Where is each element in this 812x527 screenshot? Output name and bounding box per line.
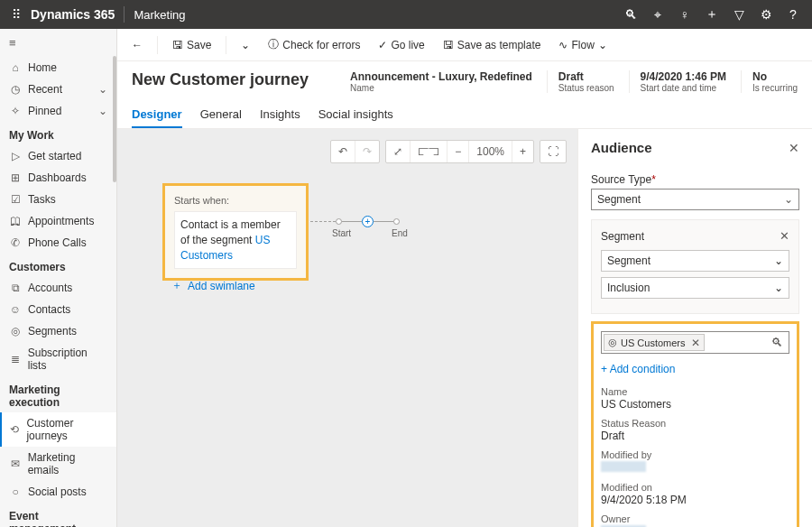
go-live-button[interactable]: ✓Go live [371, 35, 431, 55]
item-icon: ⧉ [9, 282, 22, 294]
start-node[interactable] [336, 218, 342, 225]
segment-lookup[interactable]: ◎US Customers✕ 🔍︎ [601, 331, 789, 354]
tab-designer[interactable]: Designer [132, 102, 182, 128]
back-button[interactable]: ← [125, 35, 150, 55]
end-node[interactable] [393, 218, 400, 225]
brand-label: Dynamics 365 [31, 7, 115, 22]
item-label: Accounts [28, 282, 72, 294]
sidebar-item-pinned[interactable]: ✧Pinned⌄ [0, 100, 116, 122]
sidebar-item-subscription-lists[interactable]: ≣Subscription lists [0, 342, 116, 376]
item-label: Get started [28, 150, 81, 162]
chevron-down-icon: ⌄ [774, 254, 783, 267]
sidebar-item-appointments[interactable]: 🕮Appointments [0, 210, 116, 232]
sidebar-item-recent[interactable]: ◷Recent⌄ [0, 79, 116, 100]
meta-label: Is recurring [752, 83, 798, 93]
segment-label: Segment [601, 230, 780, 243]
meta-name: Announcement - Luxury, RedefinedName [350, 70, 532, 93]
fullscreen-button[interactable]: ⛶ [540, 141, 566, 162]
target-icon: ◎ [608, 337, 617, 348]
item-label: Contacts [28, 303, 70, 316]
pin-icon: ✧ [9, 105, 22, 117]
flow-button[interactable]: ∿Flow ⌄ [551, 35, 614, 55]
help-icon[interactable]: ? [780, 7, 807, 22]
tab-insights[interactable]: Insights [260, 102, 300, 128]
item-icon: ✆ [9, 236, 22, 249]
sidebar-item-segments[interactable]: ◎Segments [0, 320, 116, 342]
tab-general[interactable]: General [200, 102, 242, 128]
meta-value: Announcement - Luxury, Redefined [350, 70, 532, 83]
command-bar: ← 🖫Save ⌄ ⓘCheck for errors ✓Go live 🖫Sa… [117, 29, 812, 61]
item-icon: ☺ [9, 303, 22, 316]
sidebar-item-contacts[interactable]: ☺Contacts [0, 299, 116, 320]
chevron-down-icon: ⌄ [241, 39, 250, 51]
item-label: Subscription lists [28, 347, 107, 372]
search-icon[interactable]: 🔍︎ [617, 7, 644, 22]
meta-value: Draft [558, 70, 614, 83]
sidebar-item-social-posts[interactable]: ○Social posts [0, 481, 116, 503]
add-step-button[interactable]: + [362, 216, 374, 227]
left-sidebar: ≡ ⌂Home ◷Recent⌄ ✧Pinned⌄ My Work▷Get st… [0, 29, 117, 527]
zoom-in-button[interactable]: + [512, 141, 533, 162]
filter-icon[interactable]: ▽ [725, 7, 752, 22]
tab-social-insights[interactable]: Social insights [318, 102, 393, 128]
global-topbar: ⠿ Dynamics 365 Marketing 🔍︎ ⌖ ♀ ＋ ▽ ⚙ ? [0, 0, 812, 29]
meta-status-reason: DraftStatus reason [547, 70, 614, 93]
chevron-down-icon: ⌄ [98, 83, 107, 96]
check-icon: ✓ [378, 39, 387, 51]
meta-is-recurring: NoIs recurring [741, 70, 798, 93]
save-button[interactable]: 🖫Save [165, 35, 218, 55]
save-template-button[interactable]: 🖫Save as template [436, 35, 549, 55]
item-label: Appointments [28, 215, 94, 227]
start-tile-header: Starts when: [174, 195, 297, 206]
segment-type-select[interactable]: Segment⌄ [601, 250, 789, 272]
add-condition-button[interactable]: + Add condition [601, 363, 789, 375]
source-type-select[interactable]: Segment⌄ [591, 189, 799, 210]
settings-icon[interactable]: ⚙ [752, 7, 780, 22]
add-swimlane-button[interactable]: ＋Add swimlane [171, 278, 255, 293]
back-icon: ← [132, 39, 143, 51]
owner-label: Owner [601, 513, 789, 524]
redo-button[interactable]: ↷ [355, 141, 379, 162]
zoom-level[interactable]: 100% [469, 141, 512, 162]
zoom-out-button[interactable]: − [448, 141, 469, 162]
modified-on-label: Modified on [601, 482, 789, 493]
label: Recent [28, 83, 62, 96]
sidebar-item-tasks[interactable]: ☑Tasks [0, 189, 116, 210]
sidebar-item-customer-journeys[interactable]: ⟲Customer journeys [0, 412, 116, 447]
check-errors-button[interactable]: ⓘCheck for errors [261, 33, 367, 56]
chevron-down-icon: ⌄ [774, 282, 783, 294]
meta-value: 9/4/2020 1:46 PM [641, 70, 726, 83]
scrollbar[interactable] [113, 56, 116, 182]
close-icon[interactable]: ✕ [789, 141, 799, 155]
meta-start-date-and-time: 9/4/2020 1:46 PMStart date and time [629, 70, 726, 93]
sidebar-item-home[interactable]: ⌂Home [0, 57, 116, 79]
item-icon: ✉ [9, 458, 22, 470]
undo-button[interactable]: ↶ [331, 141, 355, 162]
remove-segment-icon[interactable]: ✕ [780, 229, 789, 243]
sidebar-item-phone-calls[interactable]: ✆Phone Calls [0, 232, 116, 254]
segment-chip[interactable]: ◎US Customers✕ [604, 334, 705, 351]
label: Home [28, 61, 57, 74]
app-launcher-icon[interactable]: ⠿ [5, 7, 27, 22]
sidebar-item-marketing-emails[interactable]: ✉Marketing emails [0, 447, 116, 481]
start-tile[interactable]: Starts when: Contact is a member of the … [162, 183, 309, 281]
status-label: Status Reason [601, 418, 789, 429]
add-icon[interactable]: ＋ [698, 6, 725, 23]
inclusion-select[interactable]: Inclusion⌄ [601, 277, 789, 299]
sidebar-item-accounts[interactable]: ⧉Accounts [0, 277, 116, 299]
save-dropdown[interactable]: ⌄ [234, 35, 257, 55]
lightbulb-icon[interactable]: ♀ [671, 7, 698, 22]
sidebar-item-get-started[interactable]: ▷Get started [0, 145, 116, 167]
info-icon: ⓘ [268, 37, 279, 52]
audience-panel: Audience ✕ Source Type* Segment⌄ Segment… [577, 129, 812, 527]
sidebar-item-dashboards[interactable]: ⊞Dashboards [0, 167, 116, 189]
map-button[interactable]: ⫍⫎ [411, 141, 448, 162]
expand-button[interactable]: ⤢ [386, 141, 411, 162]
assistant-icon[interactable]: ⌖ [644, 7, 671, 23]
chip-remove-icon[interactable]: ✕ [691, 337, 700, 349]
lookup-search-icon[interactable]: 🔍︎ [766, 332, 789, 353]
hamburger-icon[interactable]: ≡ [0, 29, 116, 57]
designer-canvas[interactable]: ↶↷ ⤢⫍⫎−100%+ ⛶ Starts when: Contact is a… [117, 129, 577, 527]
chevron-down-icon: ⌄ [98, 105, 107, 117]
divider [124, 6, 125, 23]
